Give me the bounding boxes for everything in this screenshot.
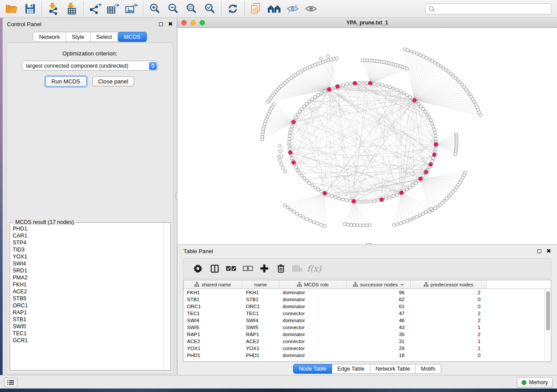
network-node[interactable] xyxy=(326,55,329,58)
network-node[interactable] xyxy=(288,147,291,150)
mcds-result-item[interactable]: SRD1 xyxy=(10,267,163,274)
network-node[interactable] xyxy=(323,90,326,93)
network-node[interactable] xyxy=(303,105,306,108)
search-field[interactable] xyxy=(425,3,552,14)
mcds-result-item[interactable]: STB5 xyxy=(10,295,163,302)
mcds-hub-node[interactable] xyxy=(352,199,356,203)
search-input[interactable] xyxy=(437,6,551,12)
network-node[interactable] xyxy=(362,224,365,227)
mcds-result-item[interactable]: FKH1 xyxy=(10,281,163,288)
network-node[interactable] xyxy=(406,220,409,223)
mcds-hub-node[interactable] xyxy=(368,81,372,85)
mcds-result-item[interactable]: GCR1 xyxy=(10,337,163,344)
network-node[interactable] xyxy=(314,96,317,99)
refresh-view-icon[interactable] xyxy=(224,1,242,16)
zoom-selected-icon[interactable] xyxy=(201,1,219,16)
network-node[interactable] xyxy=(402,220,405,224)
network-node[interactable] xyxy=(384,197,387,200)
network-node[interactable] xyxy=(412,184,415,187)
network-node[interactable] xyxy=(294,116,298,119)
mcds-hub-node[interactable] xyxy=(327,87,331,91)
table-row[interactable]: YOX1YOX1connector291 xyxy=(183,345,551,352)
table-scrollbar-thumb[interactable] xyxy=(546,291,550,330)
network-node[interactable] xyxy=(338,197,341,200)
mcds-result-item[interactable]: YOX1 xyxy=(10,253,163,260)
first-neighbors-icon[interactable] xyxy=(265,1,284,16)
column-header-successor-nodes[interactable]: successor nodes xyxy=(347,280,411,289)
network-node[interactable] xyxy=(388,86,391,89)
select-all-icon[interactable] xyxy=(223,261,239,276)
network-node[interactable] xyxy=(427,209,430,212)
mcds-hub-node[interactable] xyxy=(336,85,339,89)
network-node[interactable] xyxy=(320,92,323,95)
network-canvas[interactable] xyxy=(177,28,557,244)
table-row[interactable]: ACE2ACE2connector311 xyxy=(183,338,551,345)
open-session-icon[interactable] xyxy=(3,1,21,16)
mcds-hub-node[interactable] xyxy=(412,98,416,102)
network-node[interactable] xyxy=(357,82,360,85)
network-node[interactable] xyxy=(288,144,291,147)
network-node[interactable] xyxy=(345,199,348,202)
network-node[interactable] xyxy=(412,51,415,54)
mcds-result-item[interactable]: RAP1 xyxy=(10,309,163,316)
network-node[interactable] xyxy=(302,216,305,219)
network-node[interactable] xyxy=(428,116,431,119)
network-node[interactable] xyxy=(284,170,287,173)
mcds-result-item[interactable]: TEC1 xyxy=(10,330,163,337)
zoom-in-icon[interactable] xyxy=(145,1,164,16)
add-column-icon[interactable] xyxy=(256,261,273,276)
mcds-hub-node[interactable] xyxy=(380,198,384,202)
mcds-list-scrollbar[interactable] xyxy=(163,223,170,370)
network-node[interactable] xyxy=(396,223,399,226)
mcds-result-item[interactable]: SWI4 xyxy=(10,260,163,267)
network-node[interactable] xyxy=(392,87,395,90)
network-node[interactable] xyxy=(432,157,435,160)
network-node[interactable] xyxy=(295,212,298,215)
network-node[interactable] xyxy=(311,184,314,187)
network-node[interactable] xyxy=(399,222,402,225)
network-node[interactable] xyxy=(418,214,421,217)
network-node[interactable] xyxy=(288,138,291,141)
network-node[interactable] xyxy=(289,131,292,134)
network-node[interactable] xyxy=(312,220,315,224)
network-node[interactable] xyxy=(419,105,422,108)
network-node[interactable] xyxy=(291,157,294,160)
export-table-icon[interactable] xyxy=(104,1,122,16)
network-node[interactable] xyxy=(381,83,384,86)
mcds-result-item[interactable]: PMA2 xyxy=(10,274,163,281)
tab-style[interactable]: Style xyxy=(66,32,90,42)
task-history-button[interactable] xyxy=(4,378,17,387)
mcds-result-item[interactable]: STB1 xyxy=(10,316,163,323)
network-node[interactable] xyxy=(388,196,391,199)
table-row[interactable]: RAP1RAP1dominator352 xyxy=(183,331,551,338)
network-node[interactable] xyxy=(479,113,482,117)
mcds-hub-node[interactable] xyxy=(323,191,327,195)
network-node[interactable] xyxy=(409,50,412,53)
column-header-name[interactable]: name xyxy=(242,280,279,289)
network-node[interactable] xyxy=(279,150,282,153)
import-table-icon[interactable] xyxy=(62,1,81,16)
network-node[interactable] xyxy=(408,186,412,189)
network-node[interactable] xyxy=(280,155,283,158)
network-node[interactable] xyxy=(365,82,368,85)
network-node[interactable] xyxy=(408,96,412,99)
network-node[interactable] xyxy=(432,125,435,128)
network-node[interactable] xyxy=(353,224,356,227)
network-node[interactable] xyxy=(342,198,345,201)
network-node[interactable] xyxy=(291,125,294,128)
mcds-hub-node[interactable] xyxy=(429,163,432,167)
network-node[interactable] xyxy=(327,193,330,196)
mcds-hub-node[interactable] xyxy=(432,153,436,157)
network-node[interactable] xyxy=(419,54,422,57)
criterion-select[interactable]: largest connected component (undirected) xyxy=(22,61,158,71)
network-node[interactable] xyxy=(349,82,352,85)
mcds-hub-node[interactable] xyxy=(400,191,404,195)
network-node[interactable] xyxy=(335,57,338,60)
tab-edge-table[interactable]: Edge Table xyxy=(332,364,370,374)
network-node[interactable] xyxy=(373,82,376,85)
network-node[interactable] xyxy=(377,83,380,86)
network-node[interactable] xyxy=(334,196,337,199)
table-row[interactable]: TEC1TEC1connector472 xyxy=(183,310,551,317)
mcds-result-item[interactable]: SWI5 xyxy=(10,323,163,330)
network-node[interactable] xyxy=(405,67,408,70)
